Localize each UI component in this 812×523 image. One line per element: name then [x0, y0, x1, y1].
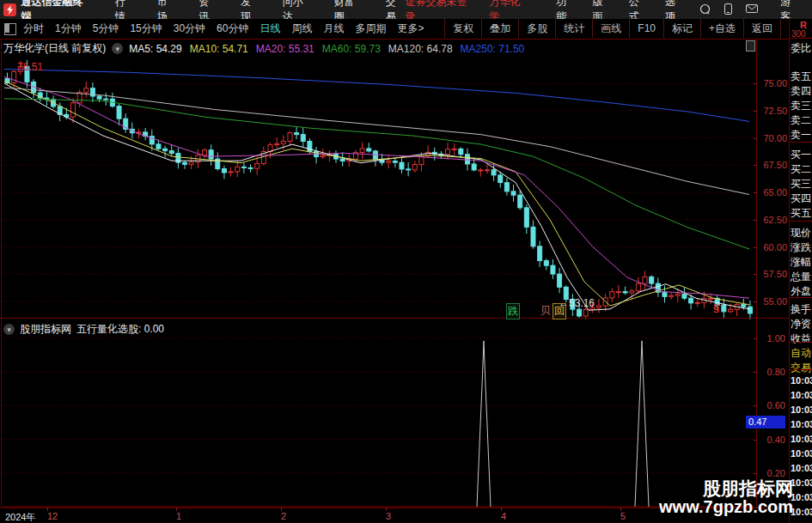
- sidebar-trade-time: 10:03: [791, 390, 812, 400]
- toolbar-button-叠加[interactable]: 叠加: [481, 19, 518, 38]
- candlestick-chart[interactable]: [0, 39, 756, 319]
- indicator-axis-tick: [754, 473, 757, 474]
- customer-service-icon[interactable]: [699, 3, 711, 16]
- price-axis-tick: [754, 138, 757, 139]
- sidebar-trade-time: 10:03: [791, 448, 812, 459]
- sidebar-trade-time: 10:03: [791, 434, 812, 444]
- sidebar-separator: [790, 221, 812, 222]
- fall-signal-badge[interactable]: 跌: [506, 303, 520, 319]
- sidebar-row-现价: 现价: [791, 226, 811, 240]
- toolbar-button-+自选[interactable]: +自选: [700, 19, 743, 38]
- indicator-axis-tick: [754, 405, 757, 406]
- pane-divider: [0, 318, 789, 319]
- sidebar-separator: [790, 369, 812, 370]
- mobile-icon[interactable]: [724, 3, 732, 16]
- sidebar-row-买四: 买四: [791, 192, 811, 206]
- indicator-axis-tick: [754, 440, 757, 441]
- indicator-header: ▾ 股朋指标网 五行量化选股: 0.00: [3, 322, 164, 337]
- toolbar-button-返回[interactable]: 返回: [743, 19, 781, 38]
- period-tab-日线[interactable]: 日线: [259, 21, 280, 36]
- period-tab-60分钟[interactable]: 60分钟: [217, 21, 248, 36]
- sidebar-row-买二: 买二: [791, 162, 811, 177]
- toolbar-button-多股[interactable]: 多股: [518, 19, 555, 38]
- date-axis-tick: [501, 508, 502, 511]
- mail-icon[interactable]: [746, 4, 758, 15]
- date-axis-label: 5: [620, 511, 626, 521]
- date-axis-label: 3: [386, 511, 391, 521]
- date-axis-tick: [620, 508, 621, 511]
- pane-toggle-icon[interactable]: [746, 40, 755, 52]
- app-logo-icon[interactable]: [3, 3, 16, 16]
- chart-title: 万华化学(日线 前复权): [3, 41, 106, 56]
- indicator-axis-tick: [754, 338, 757, 339]
- money-marker: §: [713, 301, 719, 314]
- price-axis-label: 62.50: [758, 215, 787, 225]
- toolbar-button-画线[interactable]: 画线: [592, 19, 629, 38]
- period-tab-更多>[interactable]: 更多>: [397, 21, 424, 36]
- sidebar-row-总量: 总量: [791, 270, 811, 284]
- tdx-terminal-window: 通达信金融终端 行情市场资讯发现问小达财富圈交易 证券交易未登录 万华化学 功能…: [0, 0, 812, 523]
- indicator-axis-label: 1.00: [760, 333, 785, 344]
- sidebar-trade-time: 10:03: [791, 404, 812, 415]
- toolbar-button-统计[interactable]: 统计: [555, 19, 592, 38]
- period-tab-分时[interactable]: 分时: [23, 21, 44, 36]
- indicator-source: 股朋指标网: [20, 322, 71, 337]
- indicator-value: 0.00: [144, 323, 164, 335]
- sidebar-row-卖五: 卖五: [791, 70, 811, 84]
- sidebar-row-涨跌: 涨跌: [791, 240, 811, 255]
- period-tab-5分钟[interactable]: 5分钟: [93, 21, 119, 36]
- toolbar-button-标记[interactable]: 标记: [663, 19, 700, 38]
- date-axis-label: 12: [47, 511, 58, 521]
- price-axis-label: 55.00: [758, 296, 787, 307]
- sidebar-row-换手: 换手: [791, 302, 811, 317]
- date-axis-label: 2024年: [5, 511, 35, 523]
- sidebar-row-买三: 买三: [791, 177, 811, 192]
- toolbar-button-复权[interactable]: 复权: [444, 19, 481, 38]
- chart-header: 万华化学(日线 前复权) ▾ MA5: 54.29MA10: 54.71MA20…: [3, 41, 524, 56]
- price-axis-label: 60.00: [758, 242, 787, 252]
- indicator-axis-label: 0.80: [760, 367, 785, 377]
- sidebar-row-卖三: 卖三: [791, 99, 811, 113]
- period-tab-15分钟[interactable]: 15分钟: [130, 21, 162, 36]
- period-tab-月线[interactable]: 月线: [323, 21, 344, 36]
- indicator-axis-label: 0.40: [760, 435, 785, 445]
- chart-left-border: [1, 39, 2, 508]
- indicator-chart[interactable]: [0, 335, 756, 508]
- price-axis-label: 70.00: [758, 133, 787, 143]
- sidebar-separator: [790, 297, 812, 298]
- sidebar-auto-trade[interactable]: 自动: [791, 346, 811, 361]
- sidebar-auto-trade[interactable]: 交易: [791, 361, 811, 375]
- period-toolbar: 分时1分钟5分钟15分钟30分钟60分钟日线周线月线多周期更多> 复权叠加多股统…: [0, 19, 812, 40]
- price-axis-tick: [754, 220, 757, 221]
- price-axis-label: 67.50: [758, 160, 787, 170]
- indicator-chevron-icon[interactable]: ▾: [3, 324, 15, 335]
- sidebar-trade-time: 10:03: [791, 507, 812, 517]
- period-tab-1分钟[interactable]: 1分钟: [55, 21, 82, 36]
- ma-label-MA250: MA250: 71.50: [461, 43, 525, 55]
- sidebar-separator: [790, 142, 812, 143]
- indicator-name: 五行量化选股:: [76, 323, 141, 335]
- period-tab-多周期[interactable]: 多周期: [355, 21, 386, 36]
- indicator-axis-label: 0.20: [760, 468, 785, 478]
- window-split-icon[interactable]: [4, 23, 16, 35]
- watermark-site-name: 股朋指标网: [659, 479, 793, 498]
- sidebar-row-卖一: 卖一: [791, 128, 811, 143]
- menu-bar: 通达信金融终端 行情市场资讯发现问小达财富圈交易 证券交易未登录 万华化学 功能…: [0, 0, 812, 19]
- sidebar-row-买五: 买五: [791, 206, 811, 221]
- toolbar-button-F10[interactable]: F10: [629, 19, 663, 38]
- ma-label-MA10: MA10: 54.71: [190, 43, 248, 55]
- period-tab-30分钟[interactable]: 30分钟: [174, 21, 205, 36]
- price-axis-tick: [754, 247, 757, 248]
- ma-label-MA5: MA5: 54.29: [129, 43, 181, 55]
- price-axis-tick: [754, 301, 757, 302]
- price-axis-label: 75.00: [758, 78, 787, 88]
- period-tab-周线[interactable]: 周线: [291, 21, 312, 36]
- price-axis-tick: [754, 274, 757, 275]
- price-axis-label: 57.50: [758, 269, 787, 279]
- ma-label-MA20: MA20: 55.31: [256, 43, 314, 55]
- date-axis-tick: [386, 508, 387, 511]
- chevron-down-icon[interactable]: ▾: [112, 43, 123, 54]
- sidebar-trade-time: 10:03: [791, 375, 812, 386]
- price-axis-tick: [754, 192, 757, 193]
- indicator-axis-label: 0.60: [760, 400, 785, 410]
